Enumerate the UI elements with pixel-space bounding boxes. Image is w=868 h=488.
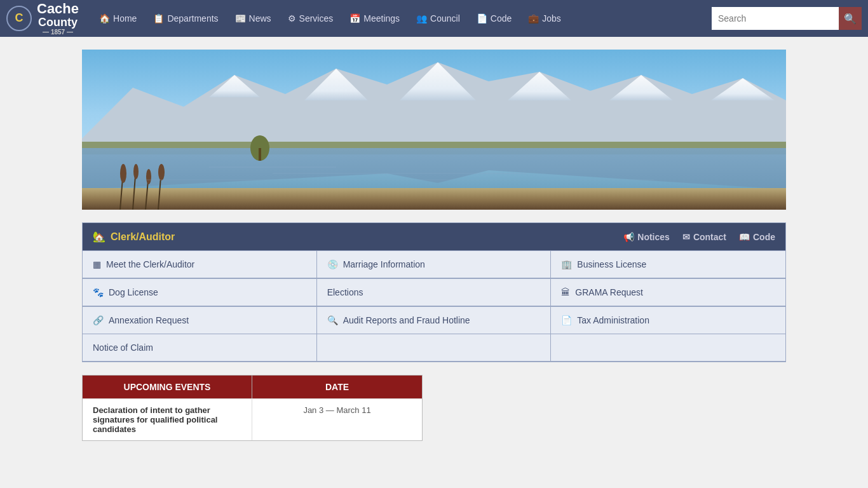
annexation-label: Annexation Request <box>109 315 189 325</box>
meet-icon: ▦ <box>93 259 101 269</box>
events-section: UPCOMING EVENTS DATE Declaration of inte… <box>82 375 423 441</box>
events-date-header: DATE <box>252 376 422 398</box>
nav-news[interactable]: 📰 News <box>227 8 279 29</box>
clerk-grid-row1: ▦ Meet the Clerk/Auditor 💿 Marriage Info… <box>83 250 785 278</box>
clerk-elections-link[interactable]: Elections <box>317 279 552 306</box>
code-icon: 📄 <box>477 13 487 24</box>
clerk-grama-link[interactable]: 🏛 GRAMA Request <box>551 279 785 306</box>
events-date-0: Jan 3 — March 11 <box>252 399 422 440</box>
jobs-icon: 💼 <box>528 13 539 24</box>
search-input[interactable] <box>712 7 839 30</box>
tax-icon: 📄 <box>561 315 572 325</box>
clerk-empty-1 <box>317 334 552 362</box>
nav-meetings-label: Meetings <box>363 13 400 24</box>
clerk-annexation-link[interactable]: 🔗 Annexation Request <box>83 307 317 334</box>
logo-county: County <box>38 16 78 29</box>
clerk-grid-row2: 🐾 Dog License Elections 🏛 GRAMA Request <box>83 278 785 306</box>
business-label: Business License <box>577 259 646 269</box>
clerk-section: 🏡 Clerk/Auditor 📢 Notices ✉ Contact 📖 Co… <box>82 222 786 362</box>
clerk-contact-link[interactable]: ✉ Contact <box>682 232 726 242</box>
svg-rect-21 <box>259 148 261 161</box>
clerk-house-icon: 🏡 <box>93 231 105 243</box>
home-icon: 🏠 <box>99 13 110 24</box>
clerk-empty-2 <box>551 334 785 362</box>
svg-point-15 <box>133 164 139 179</box>
meetings-icon: 📅 <box>349 13 360 24</box>
nav-home-label: Home <box>113 13 137 24</box>
codepage-icon: 📖 <box>739 232 750 242</box>
clerk-notices-link[interactable]: 📢 Notices <box>623 232 670 242</box>
nav-jobs[interactable]: 💼 Jobs <box>520 8 569 29</box>
nav-code-label: Code <box>491 13 512 24</box>
navbar: C Cache County — 1857 — 🏠 Home 📋 Departm… <box>0 0 868 37</box>
news-icon: 📰 <box>235 13 246 24</box>
clerk-meet-link[interactable]: ▦ Meet the Clerk/Auditor <box>83 251 317 278</box>
events-event-0: Declaration of intent to gather signatur… <box>83 399 252 440</box>
grama-icon: 🏛 <box>561 287 570 297</box>
dog-label: Dog License <box>109 287 158 297</box>
logo-cache: Cache <box>37 1 79 17</box>
annexation-icon: 🔗 <box>93 315 104 325</box>
nav-departments-label: Departments <box>167 13 218 24</box>
notices-icon: 📢 <box>623 232 634 242</box>
site-logo[interactable]: C Cache County — 1857 — <box>6 1 79 36</box>
nav-council-label: Council <box>430 13 460 24</box>
nav-services-label: Services <box>299 13 334 24</box>
council-icon: 👥 <box>416 13 427 24</box>
clerk-business-link[interactable]: 🏢 Business License <box>551 251 785 278</box>
contact-icon: ✉ <box>682 232 690 242</box>
nav-departments[interactable]: 📋 Departments <box>146 8 226 29</box>
svg-point-13 <box>120 164 126 183</box>
svg-point-19 <box>158 164 165 180</box>
tax-label: Tax Administration <box>577 315 649 325</box>
nav-services[interactable]: ⚙ Services <box>280 8 341 29</box>
services-icon: ⚙ <box>288 13 296 24</box>
hero-image <box>82 50 786 210</box>
clerk-header-links: 📢 Notices ✉ Contact 📖 Code <box>623 232 775 242</box>
search-icon: 🔍 <box>844 13 857 25</box>
nav-code[interactable]: 📄 Code <box>469 8 519 29</box>
events-header: UPCOMING EVENTS DATE <box>83 376 422 398</box>
search-button[interactable]: 🔍 <box>839 7 862 30</box>
notices-label: Notices <box>637 232 670 242</box>
marriage-icon: 💿 <box>327 259 338 269</box>
notice-label: Notice of Claim <box>93 342 153 353</box>
audit-label: Audit Reports and Fraud Hotline <box>343 315 470 325</box>
marriage-label: Marriage Information <box>343 259 425 269</box>
clerk-notice-link[interactable]: Notice of Claim <box>83 334 317 362</box>
clerk-title: Clerk/Auditor <box>111 231 175 243</box>
contact-label: Contact <box>693 232 726 242</box>
code-label: Code <box>753 232 775 242</box>
logo-year: — 1857 — <box>37 29 79 36</box>
clerk-tax-link[interactable]: 📄 Tax Administration <box>551 307 785 334</box>
nav-home[interactable]: 🏠 Home <box>92 8 144 29</box>
clerk-header: 🏡 Clerk/Auditor 📢 Notices ✉ Contact 📖 Co… <box>83 223 785 250</box>
nav-news-label: News <box>249 13 271 24</box>
events-title: UPCOMING EVENTS <box>83 376 252 398</box>
events-row-0: Declaration of intent to gather signatur… <box>83 398 422 440</box>
grama-label: GRAMA Request <box>575 287 643 297</box>
departments-icon: 📋 <box>153 13 164 24</box>
nav-jobs-label: Jobs <box>542 13 561 24</box>
clerk-code-link[interactable]: 📖 Code <box>739 232 775 242</box>
main-content: 🏡 Clerk/Auditor 📢 Notices ✉ Contact 📖 Co… <box>82 222 786 441</box>
clerk-grid-row3: 🔗 Annexation Request 🔍 Audit Reports and… <box>83 306 785 334</box>
nav-items: 🏠 Home 📋 Departments 📰 News ⚙ Services 📅… <box>92 8 712 29</box>
nav-council[interactable]: 👥 Council <box>409 8 468 29</box>
business-icon: 🏢 <box>561 259 572 269</box>
audit-icon: 🔍 <box>327 315 338 325</box>
elections-label: Elections <box>327 287 363 297</box>
clerk-marriage-link[interactable]: 💿 Marriage Information <box>317 251 552 278</box>
clerk-audit-link[interactable]: 🔍 Audit Reports and Fraud Hotline <box>317 307 552 334</box>
search-form: 🔍 <box>712 7 862 30</box>
clerk-dog-link[interactable]: 🐾 Dog License <box>83 279 317 306</box>
nav-meetings[interactable]: 📅 Meetings <box>342 8 407 29</box>
dog-icon: 🐾 <box>93 287 104 297</box>
svg-point-17 <box>146 169 151 184</box>
clerk-grid-row4: Notice of Claim <box>83 334 785 362</box>
svg-rect-11 <box>82 188 786 210</box>
meet-label: Meet the Clerk/Auditor <box>106 259 194 269</box>
